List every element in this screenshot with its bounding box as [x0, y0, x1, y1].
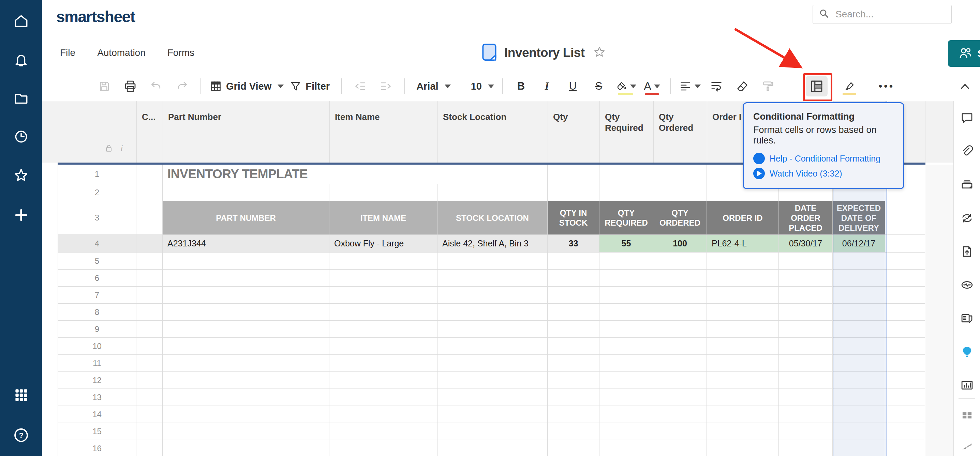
grid-cell[interactable]: [833, 321, 885, 338]
grid-cell[interactable]: [779, 440, 833, 456]
grid-cell[interactable]: [833, 423, 885, 440]
bold-button[interactable]: B: [511, 76, 531, 97]
row-number[interactable]: 6: [57, 270, 137, 287]
row-number[interactable]: 10: [57, 338, 137, 355]
grid-cell[interactable]: [137, 389, 163, 406]
grid-cell[interactable]: [137, 165, 163, 184]
row-number[interactable]: 16: [57, 440, 137, 456]
notifications-icon[interactable]: [0, 51, 42, 68]
grid-cell[interactable]: [779, 372, 833, 389]
grid-cell[interactable]: [653, 355, 707, 372]
row-number[interactable]: 7: [57, 287, 137, 303]
grid-cell[interactable]: [707, 406, 779, 423]
wrap-text-button[interactable]: [706, 76, 727, 97]
grid-cell[interactable]: [885, 287, 925, 303]
grid-cell[interactable]: [653, 372, 707, 389]
table-header-cell[interactable]: QTY ORDERED: [653, 201, 707, 235]
column-header[interactable]: Part Number: [168, 111, 325, 122]
grid-cell[interactable]: [163, 389, 329, 406]
grid-cell[interactable]: [707, 423, 779, 440]
grid-cell[interactable]: [653, 287, 707, 303]
grid-cell[interactable]: [600, 165, 653, 184]
grid-cell[interactable]: [885, 355, 925, 372]
grid-cell[interactable]: [779, 270, 833, 287]
data-cell[interactable]: 05/30/17: [779, 235, 833, 253]
grid-cell[interactable]: [653, 440, 707, 456]
menu-forms[interactable]: Forms: [167, 48, 194, 58]
grid-cell[interactable]: [438, 270, 547, 287]
grid-cell[interactable]: [653, 253, 707, 270]
table-header-cell[interactable]: STOCK LOCATION: [438, 201, 547, 235]
grid-cell[interactable]: [885, 321, 925, 338]
row-number[interactable]: 3: [57, 201, 137, 235]
filter-button[interactable]: Filter: [289, 76, 333, 97]
grid-cell[interactable]: [885, 406, 925, 423]
collapse-toolbar-button[interactable]: [958, 80, 972, 95]
grid-cell[interactable]: [779, 321, 833, 338]
grid-cell[interactable]: [438, 440, 547, 456]
grid-cell[interactable]: [833, 338, 885, 355]
table-header-cell[interactable]: ITEM NAME: [329, 201, 438, 235]
banner-cell[interactable]: INVENTORY TEMPLATE: [163, 165, 547, 184]
data-cell[interactable]: 33: [547, 235, 600, 253]
search-box[interactable]: [813, 5, 952, 24]
grid-cell[interactable]: [833, 287, 885, 303]
grid-cell[interactable]: [833, 270, 885, 287]
grid-cell[interactable]: [600, 406, 653, 423]
grid-cell[interactable]: [885, 372, 925, 389]
grid-cell[interactable]: [833, 389, 885, 406]
grid-cell[interactable]: [137, 440, 163, 456]
grid-cell[interactable]: [438, 355, 547, 372]
row-number[interactable]: 4: [57, 235, 137, 253]
grid-cell[interactable]: [779, 303, 833, 321]
grid-cell[interactable]: [547, 303, 600, 321]
comments-icon[interactable]: [960, 111, 974, 126]
sheet-summary-icon[interactable]: [960, 311, 974, 327]
grid-cell[interactable]: [329, 270, 438, 287]
highlight-changes-button[interactable]: [839, 76, 860, 97]
grid-cell[interactable]: [653, 270, 707, 287]
grid-cell[interactable]: [779, 338, 833, 355]
grid-cell[interactable]: [547, 184, 600, 201]
grid-cell[interactable]: [885, 201, 925, 235]
grid-cell[interactable]: [438, 253, 547, 270]
grid-cell[interactable]: [653, 303, 707, 321]
table-header-cell[interactable]: QTY IN STOCK: [547, 201, 600, 235]
clear-format-button[interactable]: [732, 76, 752, 97]
grid-cell[interactable]: [547, 423, 600, 440]
grid-cell[interactable]: [779, 287, 833, 303]
column-header[interactable]: Item Name: [335, 111, 433, 122]
column-header[interactable]: Stock Location: [443, 111, 544, 122]
grid-cell[interactable]: [653, 423, 707, 440]
grid-cell[interactable]: [137, 270, 163, 287]
grid-cell[interactable]: [438, 338, 547, 355]
grid-cell[interactable]: [163, 338, 329, 355]
grid-cell[interactable]: [653, 406, 707, 423]
grid-cell[interactable]: [329, 184, 438, 201]
font-size-select[interactable]: 10: [468, 76, 494, 97]
grid-cell[interactable]: [163, 423, 329, 440]
grid-cell[interactable]: [833, 440, 885, 456]
grid-cell[interactable]: [885, 303, 925, 321]
table-header-cell[interactable]: QTY REQUIRED: [600, 201, 653, 235]
grid-cell[interactable]: [600, 389, 653, 406]
view-switcher[interactable]: Grid View: [209, 76, 284, 97]
data-cell[interactable]: 55: [600, 235, 653, 253]
grid-cell[interactable]: [707, 303, 779, 321]
grid-cell[interactable]: [137, 338, 163, 355]
align-button[interactable]: [679, 76, 701, 97]
underline-button[interactable]: U: [563, 76, 583, 97]
grid-cell[interactable]: [137, 201, 163, 235]
grid-cell[interactable]: [438, 406, 547, 423]
column-header[interactable]: Qty Required: [605, 111, 649, 133]
grid-cell[interactable]: [707, 287, 779, 303]
help-link[interactable]: ? Help - Conditional Formatting: [753, 153, 894, 164]
grid-cell[interactable]: [329, 423, 438, 440]
grid-cell[interactable]: [600, 423, 653, 440]
row-number[interactable]: 9: [57, 321, 137, 338]
grid-cell[interactable]: [438, 372, 547, 389]
row-number[interactable]: 15: [57, 423, 137, 440]
attachments-icon[interactable]: [960, 144, 974, 160]
update-requests-icon[interactable]: [960, 211, 974, 227]
grid-cell[interactable]: [137, 406, 163, 423]
